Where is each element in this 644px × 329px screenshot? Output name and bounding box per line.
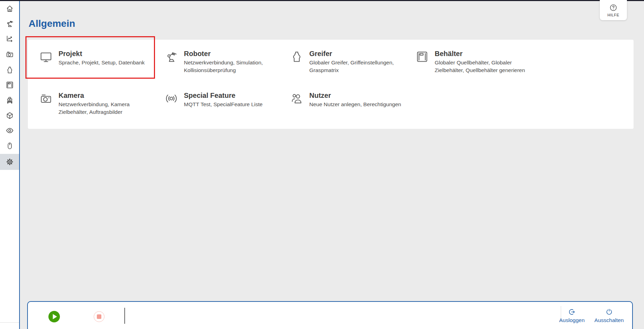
- sidebar-item-settings[interactable]: [0, 154, 19, 170]
- sidebar-item-mouse[interactable]: [0, 138, 19, 154]
- sidebar-item-container[interactable]: [0, 77, 19, 93]
- container-icon: [6, 81, 14, 89]
- settings-panel: Projekt Sprache, Projekt, Setup, Datenba…: [28, 40, 634, 129]
- card-title: Projekt: [59, 49, 145, 58]
- card-text: Roboter Netzwerkverbindung, Simulation, …: [184, 49, 263, 74]
- card-kamera[interactable]: Kamera Netzwerkverbindung, Kamera Zielbe…: [37, 90, 159, 129]
- logout-icon: [568, 308, 576, 316]
- card-subtitle: Netzwerkverbindung, Kamera Zielbehälter,…: [59, 101, 130, 116]
- camera-icon: [39, 92, 53, 105]
- card-subtitle: Globaler Greifer, Griffeinstellungen, Gr…: [309, 59, 394, 74]
- sidebar-item-home[interactable]: [0, 1, 19, 16]
- sidebar-item-chart[interactable]: [0, 31, 19, 46]
- gripper-icon: [290, 50, 303, 63]
- stop-icon: [97, 314, 101, 319]
- robot-arm-icon: [165, 50, 178, 63]
- card-subtitle: Netzwerkverbindung, Simulation, Kollisio…: [184, 59, 263, 74]
- settings-gear-icon: [6, 158, 14, 166]
- card-title: Roboter: [184, 49, 263, 58]
- card-behaelter[interactable]: Behälter Globaler Quellbehälter, Globale…: [413, 48, 535, 87]
- page-title: Allgemein: [29, 18, 75, 29]
- top-edge-bar: [0, 0, 644, 1]
- card-title: Greifer: [309, 49, 394, 58]
- sidebar-item-gripper[interactable]: [0, 62, 19, 78]
- shutdown-button[interactable]: Ausschalten: [591, 306, 627, 326]
- users-icon: [290, 92, 303, 105]
- power-icon: [605, 308, 613, 316]
- card-text: Projekt Sprache, Projekt, Setup, Datenba…: [59, 49, 145, 66]
- play-button[interactable]: [48, 311, 60, 322]
- card-title: Kamera: [59, 91, 130, 100]
- card-text: Kamera Netzwerkverbindung, Kamera Zielbe…: [59, 91, 130, 116]
- sidebar: [0, 1, 20, 329]
- gripper-icon: [6, 66, 14, 74]
- help-label: HILFE: [607, 13, 619, 17]
- sidebar-item-cube[interactable]: [0, 108, 19, 123]
- toolbar-divider: [124, 308, 125, 324]
- logout-button[interactable]: Ausloggen: [556, 306, 588, 326]
- card-greifer[interactable]: Greifer Globaler Greifer, Griffeinstellu…: [287, 48, 410, 87]
- card-text: Behälter Globaler Quellbehälter, Globale…: [435, 49, 525, 74]
- card-special-feature[interactable]: Special Feature MQTT Test, SpecialFeatur…: [162, 90, 285, 129]
- eye-icon: [6, 126, 14, 135]
- help-circle-icon: [609, 3, 618, 12]
- bottom-toolbar: Ausloggen Ausschalten: [27, 301, 633, 329]
- card-text: Nutzer Neue Nutzer anlegen, Berechtigung…: [309, 91, 401, 108]
- camera-icon: [6, 50, 14, 58]
- shutdown-label: Ausschalten: [595, 317, 624, 323]
- card-title: Nutzer: [309, 91, 401, 100]
- stop-button[interactable]: [94, 311, 104, 322]
- card-subtitle: Neue Nutzer anlegen, Berechtigungen: [309, 101, 401, 108]
- machine-icon: [6, 96, 14, 104]
- sidebar-item-camera[interactable]: [0, 47, 19, 62]
- card-subtitle: MQTT Test, SpecialFeature Liste: [184, 101, 263, 108]
- signal-icon: [165, 92, 178, 105]
- card-text: Special Feature MQTT Test, SpecialFeatur…: [184, 91, 263, 108]
- card-title: Behälter: [435, 49, 525, 58]
- sidebar-item-machine[interactable]: [0, 93, 19, 108]
- play-icon: [48, 311, 60, 322]
- toolbar-right-group: Ausloggen Ausschalten: [556, 306, 627, 326]
- cube-3d-icon: [6, 111, 14, 120]
- sidebar-item-robot[interactable]: [0, 16, 19, 31]
- logout-label: Ausloggen: [559, 317, 584, 323]
- card-nutzer[interactable]: Nutzer Neue Nutzer anlegen, Berechtigung…: [287, 90, 410, 129]
- container-icon: [416, 50, 429, 63]
- card-text: Greifer Globaler Greifer, Griffeinstellu…: [309, 49, 394, 74]
- card-title: Special Feature: [184, 91, 263, 100]
- card-projekt[interactable]: Projekt Sprache, Projekt, Setup, Datenba…: [37, 48, 159, 87]
- robot-arm-icon: [6, 19, 14, 28]
- sidebar-divider: [0, 322, 19, 323]
- card-subtitle: Sprache, Projekt, Setup, Datenbank: [59, 59, 145, 66]
- card-roboter[interactable]: Roboter Netzwerkverbindung, Simulation, …: [162, 48, 285, 87]
- monitor-icon: [39, 50, 53, 63]
- home-icon: [6, 5, 14, 13]
- sidebar-item-eye[interactable]: [0, 123, 19, 138]
- mouse-icon: [6, 142, 14, 150]
- help-button[interactable]: HILFE: [600, 0, 627, 20]
- card-subtitle: Globaler Quellbehälter, Globaler Zielbeh…: [435, 59, 525, 74]
- chart-icon: [6, 34, 14, 43]
